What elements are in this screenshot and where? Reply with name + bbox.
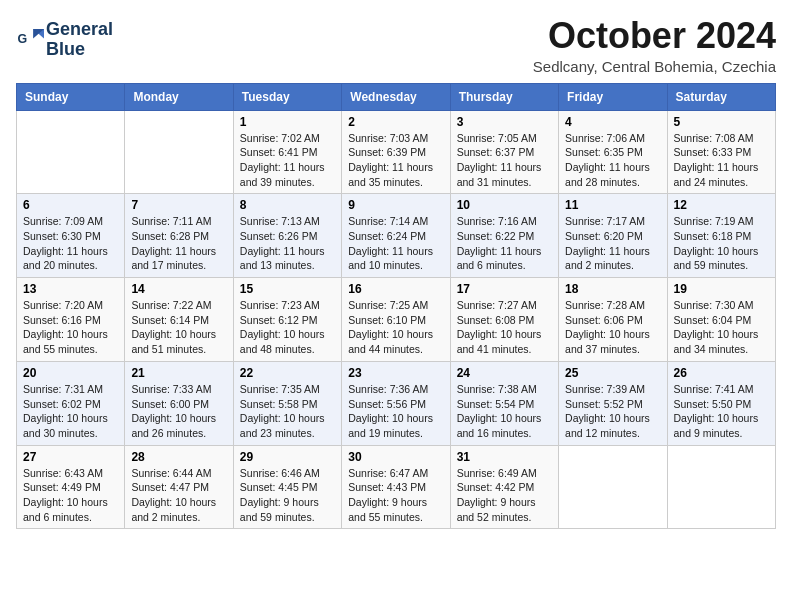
cell-week4-day1: 21 Sunrise: 7:33 AMSunset: 6:00 PMDaylig…: [125, 361, 233, 445]
cell-week1-day2: 1 Sunrise: 7:02 AMSunset: 6:41 PMDayligh…: [233, 110, 341, 194]
cell-info: Sunrise: 7:03 AMSunset: 6:39 PMDaylight:…: [348, 132, 433, 188]
cell-info: Sunrise: 7:30 AMSunset: 6:04 PMDaylight:…: [674, 299, 759, 355]
cell-week4-day0: 20 Sunrise: 7:31 AMSunset: 6:02 PMDaylig…: [17, 361, 125, 445]
week-row-4: 20 Sunrise: 7:31 AMSunset: 6:02 PMDaylig…: [17, 361, 776, 445]
day-number: 23: [348, 366, 443, 380]
cell-info: Sunrise: 7:25 AMSunset: 6:10 PMDaylight:…: [348, 299, 433, 355]
cell-week5-day0: 27 Sunrise: 6:43 AMSunset: 4:49 PMDaylig…: [17, 445, 125, 529]
day-number: 17: [457, 282, 552, 296]
cell-info: Sunrise: 7:06 AMSunset: 6:35 PMDaylight:…: [565, 132, 650, 188]
day-number: 8: [240, 198, 335, 212]
location-subtitle: Sedlcany, Central Bohemia, Czechia: [533, 58, 776, 75]
cell-info: Sunrise: 7:19 AMSunset: 6:18 PMDaylight:…: [674, 215, 759, 271]
cell-week5-day6: [667, 445, 775, 529]
day-number: 29: [240, 450, 335, 464]
cell-week4-day6: 26 Sunrise: 7:41 AMSunset: 5:50 PMDaylig…: [667, 361, 775, 445]
col-tuesday: Tuesday: [233, 83, 341, 110]
col-friday: Friday: [559, 83, 667, 110]
cell-week3-day5: 18 Sunrise: 7:28 AMSunset: 6:06 PMDaylig…: [559, 278, 667, 362]
cell-info: Sunrise: 6:49 AMSunset: 4:42 PMDaylight:…: [457, 467, 537, 523]
week-row-1: 1 Sunrise: 7:02 AMSunset: 6:41 PMDayligh…: [17, 110, 776, 194]
cell-info: Sunrise: 7:39 AMSunset: 5:52 PMDaylight:…: [565, 383, 650, 439]
col-monday: Monday: [125, 83, 233, 110]
day-number: 31: [457, 450, 552, 464]
day-number: 7: [131, 198, 226, 212]
cell-info: Sunrise: 7:22 AMSunset: 6:14 PMDaylight:…: [131, 299, 216, 355]
day-number: 2: [348, 115, 443, 129]
cell-info: Sunrise: 7:17 AMSunset: 6:20 PMDaylight:…: [565, 215, 650, 271]
cell-info: Sunrise: 7:14 AMSunset: 6:24 PMDaylight:…: [348, 215, 433, 271]
day-number: 24: [457, 366, 552, 380]
cell-info: Sunrise: 7:11 AMSunset: 6:28 PMDaylight:…: [131, 215, 216, 271]
day-number: 16: [348, 282, 443, 296]
cell-week3-day2: 15 Sunrise: 7:23 AMSunset: 6:12 PMDaylig…: [233, 278, 341, 362]
cell-info: Sunrise: 7:38 AMSunset: 5:54 PMDaylight:…: [457, 383, 542, 439]
cell-week1-day3: 2 Sunrise: 7:03 AMSunset: 6:39 PMDayligh…: [342, 110, 450, 194]
cell-week2-day4: 10 Sunrise: 7:16 AMSunset: 6:22 PMDaylig…: [450, 194, 558, 278]
page-header: G General Blue October 2024 Sedlcany, Ce…: [16, 16, 776, 75]
cell-week3-day0: 13 Sunrise: 7:20 AMSunset: 6:16 PMDaylig…: [17, 278, 125, 362]
col-wednesday: Wednesday: [342, 83, 450, 110]
col-sunday: Sunday: [17, 83, 125, 110]
week-row-5: 27 Sunrise: 6:43 AMSunset: 4:49 PMDaylig…: [17, 445, 776, 529]
cell-week1-day5: 4 Sunrise: 7:06 AMSunset: 6:35 PMDayligh…: [559, 110, 667, 194]
day-number: 27: [23, 450, 118, 464]
cell-week1-day4: 3 Sunrise: 7:05 AMSunset: 6:37 PMDayligh…: [450, 110, 558, 194]
logo-text: General Blue: [46, 20, 113, 60]
calendar-body: 1 Sunrise: 7:02 AMSunset: 6:41 PMDayligh…: [17, 110, 776, 529]
cell-week3-day6: 19 Sunrise: 7:30 AMSunset: 6:04 PMDaylig…: [667, 278, 775, 362]
cell-info: Sunrise: 7:23 AMSunset: 6:12 PMDaylight:…: [240, 299, 325, 355]
day-number: 20: [23, 366, 118, 380]
day-number: 10: [457, 198, 552, 212]
day-number: 15: [240, 282, 335, 296]
cell-week2-day6: 12 Sunrise: 7:19 AMSunset: 6:18 PMDaylig…: [667, 194, 775, 278]
col-saturday: Saturday: [667, 83, 775, 110]
cell-week2-day3: 9 Sunrise: 7:14 AMSunset: 6:24 PMDayligh…: [342, 194, 450, 278]
cell-week2-day0: 6 Sunrise: 7:09 AMSunset: 6:30 PMDayligh…: [17, 194, 125, 278]
cell-info: Sunrise: 6:47 AMSunset: 4:43 PMDaylight:…: [348, 467, 428, 523]
logo-line1: General: [46, 20, 113, 40]
day-number: 5: [674, 115, 769, 129]
cell-info: Sunrise: 6:46 AMSunset: 4:45 PMDaylight:…: [240, 467, 320, 523]
day-number: 25: [565, 366, 660, 380]
day-number: 12: [674, 198, 769, 212]
day-number: 30: [348, 450, 443, 464]
cell-info: Sunrise: 6:44 AMSunset: 4:47 PMDaylight:…: [131, 467, 216, 523]
cell-info: Sunrise: 7:28 AMSunset: 6:06 PMDaylight:…: [565, 299, 650, 355]
cell-week1-day1: [125, 110, 233, 194]
title-block: October 2024 Sedlcany, Central Bohemia, …: [533, 16, 776, 75]
day-number: 13: [23, 282, 118, 296]
cell-week2-day2: 8 Sunrise: 7:13 AMSunset: 6:26 PMDayligh…: [233, 194, 341, 278]
cell-week2-day5: 11 Sunrise: 7:17 AMSunset: 6:20 PMDaylig…: [559, 194, 667, 278]
day-number: 6: [23, 198, 118, 212]
cell-week1-day6: 5 Sunrise: 7:08 AMSunset: 6:33 PMDayligh…: [667, 110, 775, 194]
day-number: 28: [131, 450, 226, 464]
cell-week3-day4: 17 Sunrise: 7:27 AMSunset: 6:08 PMDaylig…: [450, 278, 558, 362]
cell-info: Sunrise: 6:43 AMSunset: 4:49 PMDaylight:…: [23, 467, 108, 523]
month-title: October 2024: [533, 16, 776, 56]
cell-week4-day4: 24 Sunrise: 7:38 AMSunset: 5:54 PMDaylig…: [450, 361, 558, 445]
cell-info: Sunrise: 7:08 AMSunset: 6:33 PMDaylight:…: [674, 132, 759, 188]
cell-info: Sunrise: 7:13 AMSunset: 6:26 PMDaylight:…: [240, 215, 325, 271]
day-number: 4: [565, 115, 660, 129]
cell-week5-day3: 30 Sunrise: 6:47 AMSunset: 4:43 PMDaylig…: [342, 445, 450, 529]
svg-text:G: G: [18, 32, 28, 46]
cell-info: Sunrise: 7:41 AMSunset: 5:50 PMDaylight:…: [674, 383, 759, 439]
calendar-table: Sunday Monday Tuesday Wednesday Thursday…: [16, 83, 776, 530]
logo: G General Blue: [16, 20, 113, 60]
calendar-header: Sunday Monday Tuesday Wednesday Thursday…: [17, 83, 776, 110]
cell-week4-day2: 22 Sunrise: 7:35 AMSunset: 5:58 PMDaylig…: [233, 361, 341, 445]
day-number: 26: [674, 366, 769, 380]
day-number: 14: [131, 282, 226, 296]
cell-week5-day1: 28 Sunrise: 6:44 AMSunset: 4:47 PMDaylig…: [125, 445, 233, 529]
logo-line2: Blue: [46, 40, 113, 60]
week-row-2: 6 Sunrise: 7:09 AMSunset: 6:30 PMDayligh…: [17, 194, 776, 278]
cell-info: Sunrise: 7:35 AMSunset: 5:58 PMDaylight:…: [240, 383, 325, 439]
week-row-3: 13 Sunrise: 7:20 AMSunset: 6:16 PMDaylig…: [17, 278, 776, 362]
cell-week5-day2: 29 Sunrise: 6:46 AMSunset: 4:45 PMDaylig…: [233, 445, 341, 529]
cell-week5-day5: [559, 445, 667, 529]
cell-info: Sunrise: 7:16 AMSunset: 6:22 PMDaylight:…: [457, 215, 542, 271]
day-number: 19: [674, 282, 769, 296]
cell-info: Sunrise: 7:36 AMSunset: 5:56 PMDaylight:…: [348, 383, 433, 439]
day-number: 22: [240, 366, 335, 380]
